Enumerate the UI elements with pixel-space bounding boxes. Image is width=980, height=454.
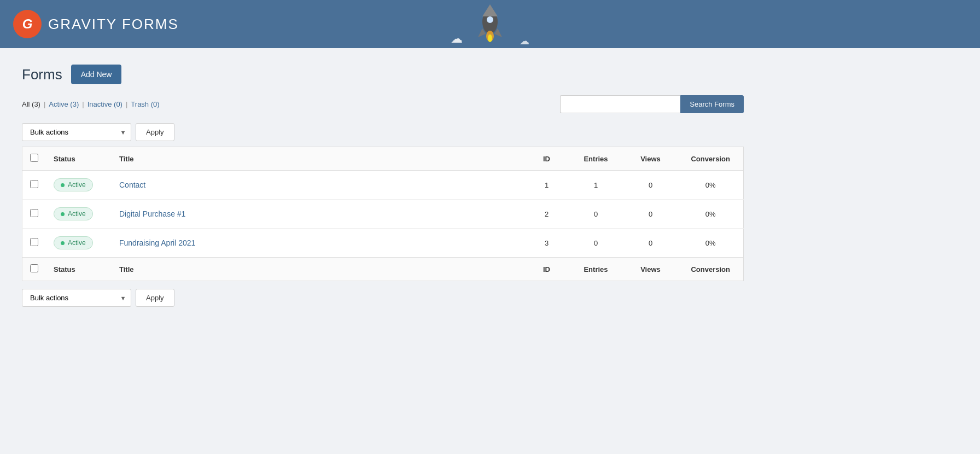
th-select-all xyxy=(22,147,46,171)
tfoot-select-all xyxy=(22,258,46,281)
tfoot-views: Views xyxy=(623,258,678,281)
bulk-actions-top-row: Bulk actions Activate Deactivate Move to… xyxy=(22,123,744,141)
page-title: Forms xyxy=(22,66,62,83)
th-conversion: Conversion xyxy=(678,147,744,171)
search-area: Search Forms xyxy=(560,95,744,113)
table-row: Active Fundraising April 2021 3 0 0 0% xyxy=(22,229,744,258)
logo: G GRAVITY FORMS xyxy=(13,10,179,38)
add-new-button[interactable]: Add New xyxy=(71,65,122,84)
row-checkbox-cell xyxy=(22,200,46,229)
row-id-cell: 2 xyxy=(525,200,569,229)
select-all-checkbox[interactable] xyxy=(30,154,38,162)
cloud-right-decoration: ☁ xyxy=(520,35,529,47)
th-entries: Entries xyxy=(569,147,623,171)
bulk-actions-bottom-row: Bulk actions Activate Deactivate Move to… xyxy=(22,289,744,307)
forms-table: Status Title ID Entries Views Conversion xyxy=(22,147,744,281)
table-header-row: Status Title ID Entries Views Conversion xyxy=(22,147,744,171)
filter-inactive[interactable]: Inactive (0) xyxy=(88,100,122,108)
tfoot-entries: Entries xyxy=(569,258,623,281)
form-title-link[interactable]: Fundraising April 2021 xyxy=(119,238,195,247)
bulk-actions-bottom-select[interactable]: Bulk actions Activate Deactivate Move to… xyxy=(22,289,131,307)
th-title: Title xyxy=(112,147,525,171)
cloud-left-decoration: ☁ xyxy=(451,32,463,46)
th-views: Views xyxy=(623,147,678,171)
row-title-cell: Fundraising April 2021 xyxy=(112,229,525,258)
row-checkbox-1[interactable] xyxy=(30,209,38,217)
main-content: Forms Add New All (3) | Active (3) | Ina… xyxy=(0,48,766,329)
status-dot-icon xyxy=(61,241,65,245)
apply-top-button[interactable]: Apply xyxy=(136,123,174,141)
row-views-cell: 0 xyxy=(623,200,678,229)
bulk-actions-top-select[interactable]: Bulk actions Activate Deactivate Move to… xyxy=(22,123,131,141)
filter-trash[interactable]: Trash (0) xyxy=(131,100,159,108)
apply-bottom-button[interactable]: Apply xyxy=(136,289,174,307)
row-conversion-cell: 0% xyxy=(678,171,744,200)
status-badge: Active xyxy=(54,207,93,220)
row-checkbox-cell xyxy=(22,229,46,258)
search-input[interactable] xyxy=(560,95,680,113)
row-title-cell: Digital Purchase #1 xyxy=(112,200,525,229)
status-dot-icon xyxy=(61,183,65,187)
row-entries-cell: 1 xyxy=(569,171,623,200)
row-status-cell: Active xyxy=(46,171,112,200)
svg-point-2 xyxy=(487,16,493,23)
row-status-cell: Active xyxy=(46,200,112,229)
logo-icon: G xyxy=(13,10,42,38)
svg-marker-1 xyxy=(482,4,498,16)
table-row: Active Digital Purchase #1 2 0 0 0% xyxy=(22,200,744,229)
bulk-select-bottom-wrapper: Bulk actions Activate Deactivate Move to… xyxy=(22,289,131,307)
row-views-cell: 0 xyxy=(623,171,678,200)
header: G GRAVITY FORMS ☁ ☁ xyxy=(0,0,980,48)
search-forms-button[interactable]: Search Forms xyxy=(680,95,744,113)
th-id: ID xyxy=(525,147,569,171)
status-badge: Active xyxy=(54,236,93,249)
tfoot-conversion: Conversion xyxy=(678,258,744,281)
rocket-decoration xyxy=(468,0,512,48)
status-dot-icon xyxy=(61,212,65,216)
row-checkbox-cell xyxy=(22,171,46,200)
form-title-link[interactable]: Contact xyxy=(119,181,145,189)
row-entries-cell: 0 xyxy=(569,229,623,258)
form-title-link[interactable]: Digital Purchase #1 xyxy=(119,209,185,218)
row-title-cell: Contact xyxy=(112,171,525,200)
row-views-cell: 0 xyxy=(623,229,678,258)
select-all-footer-checkbox[interactable] xyxy=(30,264,38,272)
row-checkbox-0[interactable] xyxy=(30,180,38,188)
tfoot-id: ID xyxy=(525,258,569,281)
row-checkbox-2[interactable] xyxy=(30,238,38,246)
status-label: Active xyxy=(68,210,86,218)
row-conversion-cell: 0% xyxy=(678,229,744,258)
tfoot-status: Status xyxy=(46,258,112,281)
status-badge: Active xyxy=(54,178,93,191)
table-row: Active Contact 1 1 0 0% xyxy=(22,171,744,200)
svg-point-6 xyxy=(488,34,492,42)
row-entries-cell: 0 xyxy=(569,200,623,229)
status-label: Active xyxy=(68,181,86,189)
page-title-row: Forms Add New xyxy=(22,65,744,84)
filter-all[interactable]: All (3) xyxy=(22,100,40,108)
th-status: Status xyxy=(46,147,112,171)
row-status-cell: Active xyxy=(46,229,112,258)
bulk-select-top-wrapper: Bulk actions Activate Deactivate Move to… xyxy=(22,123,131,141)
row-conversion-cell: 0% xyxy=(678,200,744,229)
tfoot-title: Title xyxy=(112,258,525,281)
logo-text: GRAVITY FORMS xyxy=(48,16,179,33)
row-id-cell: 1 xyxy=(525,171,569,200)
status-label: Active xyxy=(68,239,86,247)
table-footer-row: Status Title ID Entries Views Conversion xyxy=(22,258,744,281)
row-id-cell: 3 xyxy=(525,229,569,258)
filter-links: All (3) | Active (3) | Inactive (0) | Tr… xyxy=(22,100,160,108)
filter-row: All (3) | Active (3) | Inactive (0) | Tr… xyxy=(22,95,744,113)
filter-active[interactable]: Active (3) xyxy=(49,100,79,108)
